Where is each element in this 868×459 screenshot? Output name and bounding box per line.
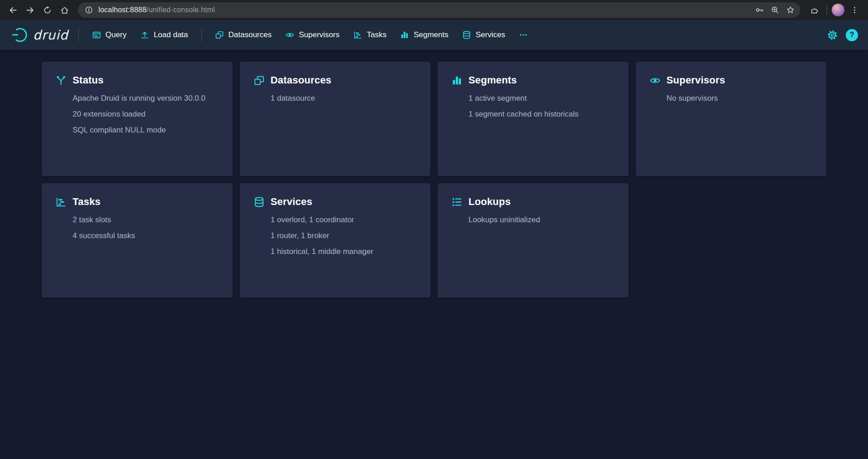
navbar-divider <box>201 28 202 42</box>
card-lookups[interactable]: Lookups Lookups uninitialized <box>438 183 629 298</box>
card-line: SQL compliant NULL mode <box>73 122 219 138</box>
nav-label: Datasources <box>229 30 272 39</box>
help-button[interactable] <box>846 29 858 41</box>
eye-icon <box>285 30 294 39</box>
card-supervisors[interactable]: Supervisors No supervisors <box>636 62 827 176</box>
card-line: 1 datasource <box>271 90 417 106</box>
nav-label: Query <box>106 30 127 39</box>
eye-icon <box>649 75 661 86</box>
browser-actions <box>806 2 863 18</box>
browser-toolbar: localhost:8888/unified-console.html <box>0 0 868 20</box>
properties-icon <box>451 196 463 208</box>
card-title: Status <box>73 74 103 86</box>
stacked-cubes-icon <box>254 75 265 86</box>
card-title: Supervisors <box>667 74 725 86</box>
back-icon <box>8 5 18 15</box>
url-text: localhost:8888/unified-console.html <box>98 6 747 14</box>
reload-button[interactable] <box>39 2 55 18</box>
card-line: 2 task slots <box>73 212 219 228</box>
nav-item-supervisors[interactable]: Supervisors <box>279 26 346 44</box>
home-view: Status Apache Druid is running version 3… <box>0 62 868 459</box>
profile-avatar[interactable] <box>832 4 844 16</box>
key-icon <box>755 5 764 15</box>
navbar-divider <box>78 28 79 42</box>
card-line: Lookups uninitialized <box>468 212 615 228</box>
database-icon <box>254 196 265 208</box>
home-button[interactable] <box>56 2 73 18</box>
forward-button[interactable] <box>22 2 38 18</box>
card-title: Segments <box>468 74 517 86</box>
status-cards-grid: Status Apache Druid is running version 3… <box>42 62 826 298</box>
zoom-button[interactable] <box>768 3 782 17</box>
card-line: 20 extensions loaded <box>73 106 219 122</box>
nav-label: Services <box>476 30 505 39</box>
stacked-cubes-icon <box>215 30 224 39</box>
card-line: 1 overlord, 1 coordinator <box>271 212 417 228</box>
toolbar-divider <box>827 5 827 15</box>
forward-icon <box>25 5 35 15</box>
card-datasources[interactable]: Datasources 1 datasource <box>240 62 431 176</box>
page-info-icon[interactable] <box>84 5 93 15</box>
ellipsis-icon <box>519 30 528 39</box>
card-status[interactable]: Status Apache Druid is running version 3… <box>42 62 233 176</box>
question-mark-icon <box>849 30 854 39</box>
druid-brand[interactable]: druid <box>8 26 71 44</box>
omnibox-actions <box>752 3 798 17</box>
card-line: Apache Druid is running version 30.0.0 <box>73 90 219 106</box>
card-line: 1 historical, 1 middle manager <box>271 244 417 259</box>
card-line: No supervisors <box>667 90 813 106</box>
card-segments[interactable]: Segments 1 active segment 1 segment cach… <box>438 62 629 176</box>
home-icon <box>60 5 69 15</box>
card-title: Services <box>271 196 312 208</box>
card-line: 1 router, 1 broker <box>271 228 417 244</box>
nav-item-datasources[interactable]: Datasources <box>209 26 278 44</box>
reload-icon <box>43 5 52 15</box>
card-title: Lookups <box>468 196 511 208</box>
back-button[interactable] <box>5 2 21 18</box>
nav-label: Supervisors <box>299 30 340 39</box>
card-line: 1 segment cached on historicals <box>468 106 615 122</box>
passwords-button[interactable] <box>752 3 767 17</box>
gear-icon <box>827 29 838 41</box>
bar-chart-icon <box>451 75 463 86</box>
bar-chart-icon <box>400 30 409 39</box>
bookmark-button[interactable] <box>783 3 798 17</box>
nav-item-services[interactable]: Services <box>456 26 511 44</box>
gantt-icon <box>55 196 67 208</box>
database-icon <box>462 30 471 39</box>
nav-label: Load data <box>154 30 188 39</box>
nav-label: Segments <box>414 30 449 39</box>
card-line: 1 active segment <box>468 90 615 106</box>
graph-icon <box>55 75 67 86</box>
nav-item-tasks[interactable]: Tasks <box>347 26 392 44</box>
nav-item-segments[interactable]: Segments <box>394 26 454 44</box>
nav-more-button[interactable] <box>513 26 534 44</box>
url-path: /unified-console.html <box>146 6 215 14</box>
zoom-in-icon <box>770 5 780 15</box>
card-tasks[interactable]: Tasks 2 task slots 4 successful tasks <box>42 183 233 298</box>
card-title: Datasources <box>271 74 332 86</box>
browser-menu-button[interactable] <box>846 2 863 18</box>
address-bar[interactable]: localhost:8888/unified-console.html <box>78 2 800 18</box>
nav-label: Tasks <box>367 30 386 39</box>
url-host: localhost:8888 <box>98 6 146 14</box>
card-line: 4 successful tasks <box>73 228 219 244</box>
upload-icon <box>140 30 149 39</box>
settings-button[interactable] <box>823 26 841 44</box>
nav-item-load-data[interactable]: Load data <box>134 26 194 44</box>
kebab-menu-icon <box>850 5 859 15</box>
brand-name: druid <box>33 28 68 43</box>
app-navbar: druid Query Load data Datasources Superv… <box>0 20 868 50</box>
druid-logo-icon <box>11 26 29 44</box>
puzzle-icon <box>809 5 819 15</box>
star-icon <box>786 5 795 15</box>
extensions-button[interactable] <box>806 2 822 18</box>
gantt-icon <box>353 30 362 39</box>
card-services[interactable]: Services 1 overlord, 1 coordinator 1 rou… <box>240 183 431 298</box>
nav-item-query[interactable]: Query <box>86 26 132 44</box>
card-title: Tasks <box>73 196 101 208</box>
console-icon <box>92 30 101 39</box>
